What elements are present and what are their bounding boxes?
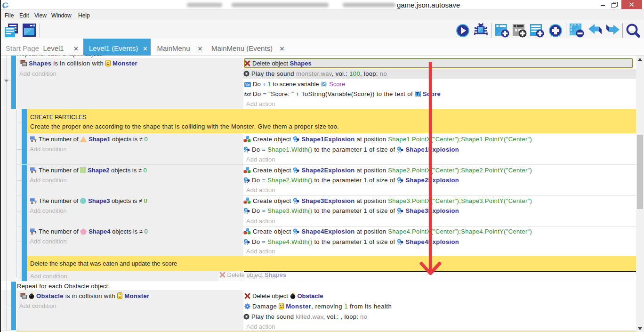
- svg-text:Var: Var: [245, 83, 250, 86]
- svg-text:x: x: [31, 200, 33, 204]
- svg-text:?: ?: [34, 230, 37, 235]
- svg-text:?: ?: [34, 199, 37, 204]
- svg-text:x: x: [419, 93, 421, 97]
- svg-text:T: T: [416, 91, 419, 97]
- svg-text:x: x: [31, 138, 33, 143]
- svg-text:?: ?: [34, 138, 37, 143]
- svg-text:x: x: [31, 231, 33, 235]
- svg-text:x: x: [31, 169, 33, 173]
- svg-text:?: ?: [34, 169, 37, 173]
